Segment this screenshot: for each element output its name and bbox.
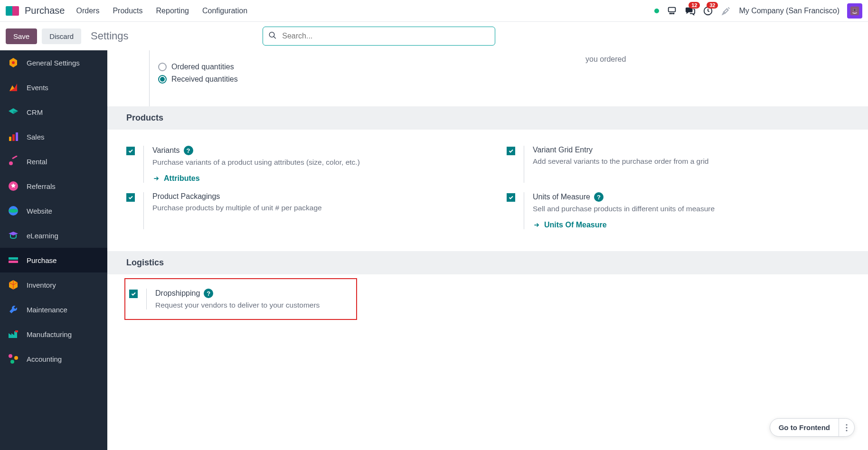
- nav-right: 12 32 My Company (San Francisco): [654, 3, 862, 19]
- app-name[interactable]: Purchase: [25, 5, 65, 16]
- brand-logo[interactable]: [6, 6, 19, 16]
- sidebar-item-label: Maintenance: [27, 306, 67, 314]
- svg-rect-7: [852, 9, 857, 10]
- content-area[interactable]: you ordered Ordered quantities Received …: [107, 50, 868, 450]
- radio-ordered-quantities[interactable]: Ordered quantities: [158, 63, 868, 71]
- menu-configuration[interactable]: Configuration: [202, 7, 247, 15]
- link-label: Units Of Measure: [544, 221, 607, 229]
- activities-icon[interactable]: 32: [703, 6, 713, 16]
- menu-orders[interactable]: Orders: [76, 7, 100, 15]
- elearning-icon: [8, 230, 19, 241]
- setting-title-label: Dropshipping: [155, 289, 200, 298]
- sidebar-item-general-settings[interactable]: General Settings: [0, 50, 107, 75]
- sidebar-item-elearning[interactable]: eLearning: [0, 223, 107, 248]
- divider: [143, 192, 144, 229]
- sidebar-item-sales[interactable]: Sales: [0, 124, 107, 149]
- section-header-logistics: Logistics: [107, 251, 868, 274]
- divider: [146, 289, 147, 309]
- page-title: Settings: [91, 30, 129, 42]
- sidebar-item-website[interactable]: Website: [0, 198, 107, 223]
- events-icon: [8, 82, 19, 93]
- partial-text-fragment: you ordered: [585, 55, 626, 64]
- discard-button[interactable]: Discard: [42, 28, 81, 44]
- svg-point-1: [671, 13, 672, 14]
- help-icon[interactable]: ?: [184, 146, 193, 155]
- sidebar-item-label: Inventory: [27, 281, 56, 289]
- sidebar-item-label: Manufacturing: [27, 330, 72, 338]
- menu-products[interactable]: Products: [113, 7, 142, 15]
- svg-point-22: [9, 354, 12, 358]
- setting-variants: Variants ? Purchase variants of a produc…: [107, 141, 488, 188]
- checkbox-variant-grid[interactable]: [507, 147, 515, 155]
- svg-point-23: [14, 356, 18, 360]
- phone-icon[interactable]: [667, 6, 677, 16]
- sidebar-item-label: Referrals: [27, 182, 56, 190]
- menu-reporting[interactable]: Reporting: [156, 7, 189, 15]
- search-icon: [268, 31, 277, 41]
- svg-rect-20: [9, 261, 18, 263]
- sidebar-item-accounting[interactable]: Accounting: [0, 347, 107, 371]
- svg-point-10: [12, 61, 15, 64]
- kebab-icon: [846, 424, 848, 431]
- setting-title-label: Variants: [152, 146, 180, 155]
- radio-icon: [158, 75, 167, 84]
- svg-rect-19: [9, 257, 18, 260]
- crm-icon: [8, 106, 19, 118]
- tools-icon[interactable]: [721, 6, 731, 16]
- sidebar-item-label: Events: [27, 84, 48, 92]
- svg-rect-15: [12, 156, 18, 159]
- sidebar-item-inventory[interactable]: Inventory: [0, 272, 107, 297]
- radio-label: Ordered quantities: [171, 63, 234, 71]
- sidebar-item-label: Rental: [27, 158, 47, 166]
- section-body-products: Variants ? Purchase variants of a produc…: [107, 130, 868, 251]
- checkbox-packagings[interactable]: [126, 193, 135, 202]
- sidebar-item-events[interactable]: Events: [0, 75, 107, 100]
- purchase-icon: [8, 254, 19, 266]
- messages-icon[interactable]: 12: [685, 6, 695, 16]
- setting-product-packagings: Product Packagings Purchase products by …: [107, 188, 488, 234]
- section-header-products: Products: [107, 106, 868, 130]
- help-icon[interactable]: ?: [594, 192, 604, 202]
- svg-point-24: [10, 360, 14, 364]
- sidebar-item-purchase[interactable]: Purchase: [0, 248, 107, 272]
- link-units-of-measure[interactable]: Units Of Measure: [533, 221, 849, 229]
- svg-rect-13: [16, 132, 18, 141]
- rental-icon: [8, 156, 19, 167]
- sidebar-item-label: CRM: [27, 108, 43, 116]
- svg-point-2: [673, 13, 674, 14]
- sidebar-item-maintenance[interactable]: Maintenance: [0, 297, 107, 322]
- sidebar-item-crm[interactable]: CRM: [0, 100, 107, 124]
- sidebar-item-rental[interactable]: Rental: [0, 149, 107, 174]
- svg-point-25: [846, 424, 847, 425]
- setting-title-label: Product Packagings: [152, 192, 220, 201]
- frontend-more-button[interactable]: [839, 419, 854, 436]
- main-layout: General Settings Events CRM Sales Rental…: [0, 50, 868, 450]
- setting-units-of-measure: Units of Measure ? Sell and purchase pro…: [488, 188, 868, 234]
- search-input[interactable]: [263, 27, 495, 46]
- checkbox-variants[interactable]: [126, 147, 135, 155]
- checkbox-uom[interactable]: [507, 193, 515, 202]
- checkbox-dropshipping[interactable]: [129, 290, 138, 298]
- radio-received-quantities[interactable]: Received quantities: [158, 75, 868, 84]
- setting-desc: Sell and purchase products in different …: [533, 205, 849, 213]
- section-body-logistics: Dropshipping ? Request your vendors to d…: [107, 278, 868, 320]
- user-avatar[interactable]: [847, 3, 862, 19]
- sales-icon: [8, 131, 19, 142]
- manufacturing-icon: [8, 328, 19, 340]
- divider: [524, 192, 524, 229]
- sidebar-item-referrals[interactable]: Referrals: [0, 174, 107, 198]
- company-name[interactable]: My Company (San Francisco): [739, 7, 840, 15]
- accounting-icon: [8, 353, 19, 365]
- frontend-pill: Go to Frontend: [770, 418, 855, 437]
- divider: [143, 146, 144, 183]
- radio-icon: [158, 63, 167, 71]
- link-attributes[interactable]: Attributes: [152, 174, 469, 183]
- save-button[interactable]: Save: [6, 28, 37, 44]
- go-to-frontend-button[interactable]: Go to Frontend: [770, 419, 839, 436]
- sidebar-item-label: Accounting: [27, 355, 62, 363]
- setting-desc: Add several variants to the purchase ord…: [533, 157, 849, 166]
- control-bar: Save Discard Settings: [0, 22, 868, 50]
- sidebar-item-manufacturing[interactable]: Manufacturing: [0, 322, 107, 347]
- top-navbar: Purchase Orders Products Reporting Confi…: [0, 0, 868, 22]
- help-icon[interactable]: ?: [204, 289, 213, 298]
